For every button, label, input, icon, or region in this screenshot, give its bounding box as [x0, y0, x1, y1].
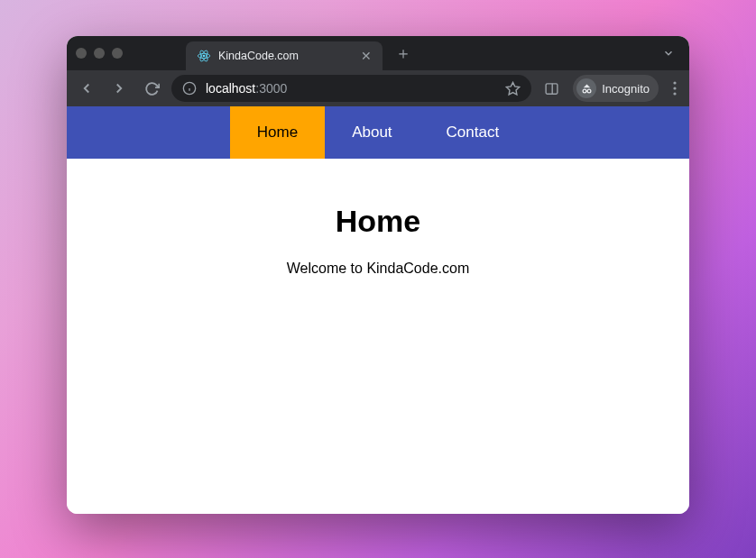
incognito-label: Incognito: [602, 82, 650, 96]
nav-item-contact[interactable]: Contact: [419, 106, 527, 159]
browser-tab[interactable]: KindaCode.com ✕: [186, 41, 383, 70]
page-body: Home Welcome to KindaCode.com: [67, 159, 689, 514]
tab-title: KindaCode.com: [218, 50, 354, 62]
svg-marker-7: [507, 82, 520, 94]
menu-dots-icon[interactable]: [668, 81, 682, 96]
url-host: localhost: [206, 81, 255, 96]
tab-dropdown-icon[interactable]: [662, 47, 680, 59]
url-text: localhost:3000: [206, 81, 496, 96]
svg-point-11: [587, 89, 591, 93]
window-controls: [76, 48, 123, 59]
svg-point-0: [203, 55, 206, 58]
welcome-text: Welcome to KindaCode.com: [67, 261, 689, 277]
svg-point-15: [673, 92, 676, 95]
window-maximize-button[interactable]: [112, 48, 123, 59]
forward-button[interactable]: [106, 76, 132, 101]
toolbar-right: Incognito: [539, 75, 682, 102]
svg-point-14: [673, 87, 676, 89]
nav-item-home[interactable]: Home: [230, 106, 325, 159]
incognito-badge[interactable]: Incognito: [573, 75, 659, 102]
tab-close-icon[interactable]: ✕: [361, 50, 372, 62]
new-tab-button[interactable]: ＋: [395, 45, 411, 61]
panel-icon[interactable]: [539, 76, 564, 101]
browser-window: KindaCode.com ✕ ＋ localhost:3000: [67, 36, 689, 514]
tab-bar: KindaCode.com ✕ ＋: [67, 36, 689, 70]
window-minimize-button[interactable]: [94, 48, 105, 59]
browser-toolbar: localhost:3000 Incognito: [67, 70, 689, 106]
url-port: :3000: [255, 81, 287, 96]
svg-point-10: [583, 89, 586, 93]
bookmark-star-icon[interactable]: [505, 81, 521, 96]
back-button[interactable]: [74, 76, 99, 101]
reload-button[interactable]: [139, 76, 164, 101]
svg-point-13: [673, 81, 676, 84]
page-title: Home: [67, 204, 689, 239]
incognito-icon: [576, 78, 596, 98]
window-close-button[interactable]: [76, 48, 87, 59]
site-navbar: Home About Contact: [67, 106, 689, 159]
page-viewport: Home About Contact Home Welcome to Kinda…: [67, 106, 689, 514]
address-bar[interactable]: localhost:3000: [171, 75, 531, 102]
site-info-icon[interactable]: [182, 81, 197, 96]
nav-item-about[interactable]: About: [325, 106, 419, 159]
react-favicon-icon: [197, 49, 211, 63]
